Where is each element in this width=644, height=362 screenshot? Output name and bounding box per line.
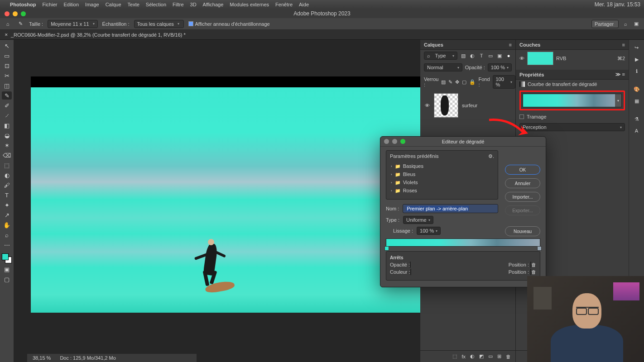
sample-layers-select[interactable]: Tous les calques — [134, 20, 184, 28]
presets-gear-icon[interactable]: ⚙. — [488, 153, 494, 159]
new-layer-icon[interactable]: ⊞ — [497, 353, 501, 359]
dialog-minimize-button[interactable] — [392, 139, 397, 144]
gradient-dropdown-icon[interactable]: ▾ — [615, 94, 621, 107]
layer-thumbnail[interactable] — [434, 93, 458, 118]
lasso-tool[interactable]: ⊡ — [2, 62, 12, 70]
eyedropper-tool-icon[interactable]: ✎ — [16, 20, 24, 28]
preset-folder[interactable]: ›📁 Violets — [390, 178, 494, 186]
close-window-button[interactable] — [5, 11, 10, 16]
delete-layer-icon[interactable]: 🗑 — [506, 354, 511, 359]
filter-pixel-icon[interactable]: ▧ — [460, 52, 466, 59]
layer-filter-select[interactable]: ⌕ Type — [424, 52, 457, 60]
eraser-tool[interactable]: ⌫ — [2, 151, 12, 159]
dialog-zoom-button[interactable] — [400, 139, 405, 144]
ok-button[interactable]: OK — [505, 165, 540, 175]
menubar-clock[interactable]: Mer. 18 janv. 15:53 — [595, 1, 640, 8]
sample-size-select[interactable]: Moyenne 11 x 11 — [48, 20, 97, 28]
delete-stop-icon-2[interactable]: 🗑 — [531, 269, 536, 275]
color-stop-right[interactable] — [537, 246, 542, 251]
workspace-icon[interactable]: ▣ — [632, 20, 640, 28]
blur-tool[interactable]: ✶ — [2, 141, 12, 149]
stop-color-input[interactable] — [410, 269, 411, 275]
filter-shape-icon[interactable]: ▭ — [487, 52, 494, 59]
menu-item[interactable]: Photoshop — [10, 2, 36, 7]
menu-item[interactable]: Calque — [106, 2, 121, 7]
dialog-close-button[interactable] — [384, 139, 389, 144]
crop-tool[interactable]: ✂ — [2, 71, 12, 80]
healing-tool[interactable]: ⟋ — [2, 111, 12, 119]
menu-item[interactable]: Aide — [299, 2, 309, 7]
home-icon[interactable]: ⌂ — [4, 20, 12, 28]
shape-tool[interactable]: 🖋 — [2, 181, 12, 189]
type-tool[interactable]: T — [2, 191, 12, 199]
screenmode-tool[interactable]: ▢ — [2, 275, 12, 283]
menu-item[interactable]: Affichage — [203, 2, 224, 7]
clone-tool[interactable]: ◧ — [2, 121, 12, 129]
quickmask-tool[interactable]: ▣ — [2, 265, 12, 273]
menu-item[interactable]: Modules externes — [230, 2, 269, 7]
fill-input[interactable]: 100 % — [493, 75, 515, 89]
stop-opacity-input[interactable] — [410, 262, 411, 268]
frame-tool[interactable]: ◫ — [2, 81, 12, 90]
info-panel-icon[interactable]: ℹ — [634, 68, 640, 74]
history-panel-icon[interactable]: ↪ — [634, 44, 640, 51]
gradient-tool[interactable]: ◒ — [2, 131, 12, 139]
zoom-window-button[interactable] — [21, 11, 26, 16]
zoom-tool[interactable]: ⌕ — [2, 231, 12, 239]
method-select[interactable]: Perception — [519, 123, 625, 131]
lock-brush-icon[interactable]: ✎ — [448, 79, 452, 85]
dither-checkbox[interactable] — [519, 114, 524, 119]
pen-tool[interactable]: ◐ — [2, 171, 12, 179]
gradient-preview[interactable]: ▾ — [523, 94, 622, 107]
link-layers-icon[interactable]: ⬚ — [452, 353, 457, 359]
menu-item[interactable]: Sélection — [146, 2, 166, 7]
search-icon[interactable]: ⌕ — [621, 20, 630, 28]
lock-position-icon[interactable]: ✥ — [455, 79, 459, 85]
opacity-input[interactable]: 100 % — [488, 63, 512, 71]
fx-icon[interactable]: fx — [461, 354, 466, 359]
sampling-ring-checkbox[interactable]: Afficher anneau d'échantillonnage — [188, 21, 270, 27]
doc-size[interactable]: Doc : 125,9 Mo/341,2 Mo — [60, 355, 116, 361]
document-tab[interactable]: ✕ _ROC0606-Modifier-2.psd @ 38,2% (Courb… — [5, 32, 186, 38]
hand-tool[interactable]: ✋ — [2, 221, 12, 229]
blend-mode-select[interactable]: Normal — [424, 63, 462, 71]
filter-adj-icon[interactable]: ◐ — [469, 52, 476, 59]
color-swatches[interactable] — [2, 253, 12, 263]
menu-item[interactable]: Filtre — [173, 2, 183, 7]
dodge-tool[interactable]: ⬚ — [2, 161, 12, 169]
adjust-panel-icon[interactable]: ⚗ — [634, 116, 640, 122]
canvas-area[interactable]: 38,15 % Doc : 125,9 Mo/341,2 Mo — [14, 40, 420, 362]
direct-select-tool[interactable]: ↗ — [2, 211, 12, 219]
filter-smart-icon[interactable]: ▣ — [496, 52, 503, 59]
character-panel-icon[interactable]: A — [634, 128, 640, 134]
minimize-window-button[interactable] — [13, 11, 18, 16]
delete-stop-icon[interactable]: 🗑 — [531, 262, 536, 267]
preset-folder[interactable]: ›📁 Roses — [390, 186, 494, 195]
marquee-tool[interactable]: ▭ — [2, 52, 12, 60]
more-tools[interactable]: ⋯ — [2, 241, 12, 249]
actions-panel-icon[interactable]: ▶ — [634, 56, 640, 62]
menu-item[interactable]: Fenêtre — [275, 2, 293, 7]
new-button[interactable]: Nouveau — [505, 226, 540, 236]
path-tool[interactable]: ✦ — [2, 201, 12, 209]
lock-all-icon[interactable]: 🔒 — [469, 79, 476, 85]
menu-item[interactable]: Texte — [128, 2, 139, 7]
foreground-color[interactable] — [2, 253, 9, 260]
mask-icon[interactable]: ◐ — [470, 353, 475, 359]
color-stop-left[interactable] — [384, 246, 389, 251]
gradient-type-select[interactable]: Uniforme — [403, 216, 433, 224]
channel-visibility-icon[interactable]: 👁 — [519, 56, 524, 61]
channel-row[interactable]: 👁 RVB ⌘2 — [516, 50, 629, 67]
color-panel-icon[interactable]: 🎨 — [634, 86, 640, 92]
preset-folder[interactable]: ›📁 Bleus — [390, 170, 494, 178]
gradient-bar-editor[interactable] — [386, 238, 540, 247]
menu-item[interactable]: 3D — [190, 2, 197, 7]
group-icon[interactable]: ▭ — [488, 353, 493, 359]
adjustment-icon[interactable]: ◩ — [479, 353, 484, 359]
cancel-button[interactable]: Annuler — [505, 178, 540, 188]
layer-row[interactable]: 👁 surfeur — [420, 90, 515, 120]
filter-type-icon[interactable]: T — [478, 52, 485, 59]
eyedropper-tool[interactable]: ✎ — [2, 91, 12, 100]
swatches-panel-icon[interactable]: ▦ — [634, 98, 640, 104]
close-tab-icon[interactable]: ✕ — [5, 33, 8, 37]
